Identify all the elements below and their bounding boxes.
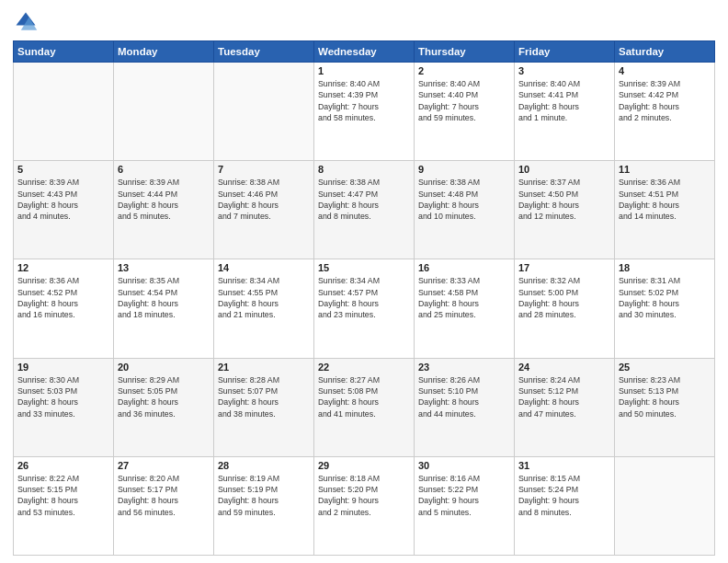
day-number: 2 [418, 65, 510, 76]
calendar-day-cell: 6Sunrise: 8:39 AM Sunset: 4:44 PM Daylig… [114, 161, 214, 259]
day-number: 26 [17, 460, 109, 471]
day-info: Sunrise: 8:34 AM Sunset: 4:55 PM Dayligh… [218, 275, 310, 320]
day-info: Sunrise: 8:39 AM Sunset: 4:42 PM Dayligh… [619, 78, 711, 123]
calendar-empty-cell [615, 456, 715, 555]
day-info: Sunrise: 8:27 AM Sunset: 5:08 PM Dayligh… [318, 374, 410, 419]
day-info: Sunrise: 8:33 AM Sunset: 4:58 PM Dayligh… [418, 275, 510, 320]
day-info: Sunrise: 8:39 AM Sunset: 4:43 PM Dayligh… [17, 177, 109, 222]
day-info: Sunrise: 8:34 AM Sunset: 4:57 PM Dayligh… [318, 275, 410, 320]
logo-icon [13, 9, 39, 35]
day-info: Sunrise: 8:22 AM Sunset: 5:15 PM Dayligh… [17, 473, 109, 518]
calendar-day-cell: 9Sunrise: 8:38 AM Sunset: 4:48 PM Daylig… [415, 161, 515, 259]
calendar-day-cell: 22Sunrise: 8:27 AM Sunset: 5:08 PM Dayli… [314, 358, 415, 456]
calendar-week-row: 19Sunrise: 8:30 AM Sunset: 5:03 PM Dayli… [14, 358, 715, 456]
calendar-week-row: 5Sunrise: 8:39 AM Sunset: 4:43 PM Daylig… [14, 161, 715, 259]
day-number: 22 [318, 362, 410, 373]
calendar-day-cell: 18Sunrise: 8:31 AM Sunset: 5:02 PM Dayli… [615, 259, 715, 358]
calendar-day-cell: 27Sunrise: 8:20 AM Sunset: 5:17 PM Dayli… [114, 456, 214, 555]
calendar-day-cell: 19Sunrise: 8:30 AM Sunset: 5:03 PM Dayli… [14, 358, 114, 456]
day-number: 29 [318, 460, 410, 471]
day-number: 23 [418, 362, 510, 373]
day-number: 17 [518, 262, 610, 273]
day-of-week-header: Tuesday [214, 41, 314, 63]
day-number: 14 [218, 262, 310, 273]
calendar-day-cell: 24Sunrise: 8:24 AM Sunset: 5:12 PM Dayli… [515, 358, 615, 456]
day-number: 1 [318, 65, 410, 76]
day-info: Sunrise: 8:36 AM Sunset: 4:52 PM Dayligh… [17, 275, 109, 320]
day-info: Sunrise: 8:38 AM Sunset: 4:48 PM Dayligh… [418, 177, 510, 222]
calendar-day-cell: 26Sunrise: 8:22 AM Sunset: 5:15 PM Dayli… [14, 456, 114, 555]
calendar-day-cell: 10Sunrise: 8:37 AM Sunset: 4:50 PM Dayli… [515, 161, 615, 259]
day-of-week-header: Thursday [415, 41, 515, 63]
calendar-day-cell: 2Sunrise: 8:40 AM Sunset: 4:40 PM Daylig… [415, 63, 515, 161]
calendar-day-cell: 4Sunrise: 8:39 AM Sunset: 4:42 PM Daylig… [615, 63, 715, 161]
day-info: Sunrise: 8:32 AM Sunset: 5:00 PM Dayligh… [518, 275, 610, 320]
calendar-day-cell: 12Sunrise: 8:36 AM Sunset: 4:52 PM Dayli… [14, 259, 114, 358]
day-number: 9 [418, 164, 510, 175]
day-info: Sunrise: 8:40 AM Sunset: 4:41 PM Dayligh… [518, 78, 610, 123]
calendar-week-row: 1Sunrise: 8:40 AM Sunset: 4:39 PM Daylig… [14, 63, 715, 161]
day-info: Sunrise: 8:40 AM Sunset: 4:39 PM Dayligh… [318, 78, 410, 123]
day-number: 16 [418, 262, 510, 273]
day-number: 12 [17, 262, 109, 273]
day-number: 5 [17, 164, 109, 175]
day-info: Sunrise: 8:37 AM Sunset: 4:50 PM Dayligh… [518, 177, 610, 222]
day-number: 30 [418, 460, 510, 471]
calendar-day-cell: 8Sunrise: 8:38 AM Sunset: 4:47 PM Daylig… [314, 161, 415, 259]
day-info: Sunrise: 8:20 AM Sunset: 5:17 PM Dayligh… [118, 473, 210, 518]
day-number: 18 [619, 262, 711, 273]
day-info: Sunrise: 8:19 AM Sunset: 5:19 PM Dayligh… [218, 473, 310, 518]
calendar-header-row: SundayMondayTuesdayWednesdayThursdayFrid… [14, 41, 715, 63]
calendar-empty-cell [14, 63, 114, 161]
day-number: 20 [118, 362, 210, 373]
calendar-day-cell: 29Sunrise: 8:18 AM Sunset: 5:20 PM Dayli… [314, 456, 415, 555]
calendar-day-cell: 5Sunrise: 8:39 AM Sunset: 4:43 PM Daylig… [14, 161, 114, 259]
calendar-day-cell: 16Sunrise: 8:33 AM Sunset: 4:58 PM Dayli… [415, 259, 515, 358]
day-number: 24 [518, 362, 610, 373]
calendar-day-cell: 31Sunrise: 8:15 AM Sunset: 5:24 PM Dayli… [515, 456, 615, 555]
calendar-day-cell: 25Sunrise: 8:23 AM Sunset: 5:13 PM Dayli… [615, 358, 715, 456]
day-of-week-header: Friday [515, 41, 615, 63]
calendar-day-cell: 3Sunrise: 8:40 AM Sunset: 4:41 PM Daylig… [515, 63, 615, 161]
calendar-day-cell: 11Sunrise: 8:36 AM Sunset: 4:51 PM Dayli… [615, 161, 715, 259]
day-info: Sunrise: 8:16 AM Sunset: 5:22 PM Dayligh… [418, 473, 510, 518]
day-info: Sunrise: 8:30 AM Sunset: 5:03 PM Dayligh… [17, 374, 109, 419]
day-info: Sunrise: 8:38 AM Sunset: 4:47 PM Dayligh… [318, 177, 410, 222]
calendar-empty-cell [114, 63, 214, 161]
calendar-day-cell: 17Sunrise: 8:32 AM Sunset: 5:00 PM Dayli… [515, 259, 615, 358]
day-info: Sunrise: 8:31 AM Sunset: 5:02 PM Dayligh… [619, 275, 711, 320]
day-info: Sunrise: 8:29 AM Sunset: 5:05 PM Dayligh… [118, 374, 210, 419]
calendar-day-cell: 15Sunrise: 8:34 AM Sunset: 4:57 PM Dayli… [314, 259, 415, 358]
day-number: 27 [118, 460, 210, 471]
day-of-week-header: Sunday [14, 41, 114, 63]
day-info: Sunrise: 8:23 AM Sunset: 5:13 PM Dayligh… [619, 374, 711, 419]
day-number: 15 [318, 262, 410, 273]
day-of-week-header: Saturday [615, 41, 715, 63]
header [13, 9, 715, 35]
day-number: 28 [218, 460, 310, 471]
day-number: 19 [17, 362, 109, 373]
day-number: 7 [218, 164, 310, 175]
logo [13, 9, 42, 35]
day-info: Sunrise: 8:28 AM Sunset: 5:07 PM Dayligh… [218, 374, 310, 419]
calendar-day-cell: 30Sunrise: 8:16 AM Sunset: 5:22 PM Dayli… [415, 456, 515, 555]
day-number: 3 [518, 65, 610, 76]
calendar-day-cell: 7Sunrise: 8:38 AM Sunset: 4:46 PM Daylig… [214, 161, 314, 259]
day-number: 6 [118, 164, 210, 175]
day-info: Sunrise: 8:39 AM Sunset: 4:44 PM Dayligh… [118, 177, 210, 222]
day-of-week-header: Wednesday [314, 41, 415, 63]
calendar-day-cell: 21Sunrise: 8:28 AM Sunset: 5:07 PM Dayli… [214, 358, 314, 456]
day-info: Sunrise: 8:38 AM Sunset: 4:46 PM Dayligh… [218, 177, 310, 222]
calendar-day-cell: 20Sunrise: 8:29 AM Sunset: 5:05 PM Dayli… [114, 358, 214, 456]
day-info: Sunrise: 8:40 AM Sunset: 4:40 PM Dayligh… [418, 78, 510, 123]
day-number: 11 [619, 164, 711, 175]
calendar-day-cell: 23Sunrise: 8:26 AM Sunset: 5:10 PM Dayli… [415, 358, 515, 456]
day-info: Sunrise: 8:26 AM Sunset: 5:10 PM Dayligh… [418, 374, 510, 419]
day-info: Sunrise: 8:18 AM Sunset: 5:20 PM Dayligh… [318, 473, 410, 518]
day-number: 13 [118, 262, 210, 273]
calendar-day-cell: 1Sunrise: 8:40 AM Sunset: 4:39 PM Daylig… [314, 63, 415, 161]
calendar-week-row: 12Sunrise: 8:36 AM Sunset: 4:52 PM Dayli… [14, 259, 715, 358]
day-number: 21 [218, 362, 310, 373]
page: SundayMondayTuesdayWednesdayThursdayFrid… [0, 0, 728, 563]
calendar-day-cell: 14Sunrise: 8:34 AM Sunset: 4:55 PM Dayli… [214, 259, 314, 358]
